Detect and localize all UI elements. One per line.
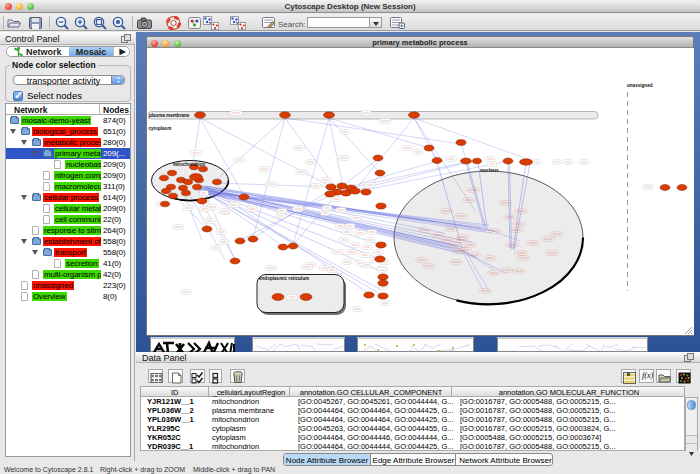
svg-text:mitochondrion: mitochondrion [173,162,205,167]
svg-text:cytoplasm: cytoplasm [149,126,172,131]
svg-text:unassigned: unassigned [627,83,653,88]
svg-text:nucleus: nucleus [480,167,499,173]
svg-text:plasma membrane: plasma membrane [149,113,190,118]
svg-text:endoplasmic reticulum: endoplasmic reticulum [259,276,309,281]
